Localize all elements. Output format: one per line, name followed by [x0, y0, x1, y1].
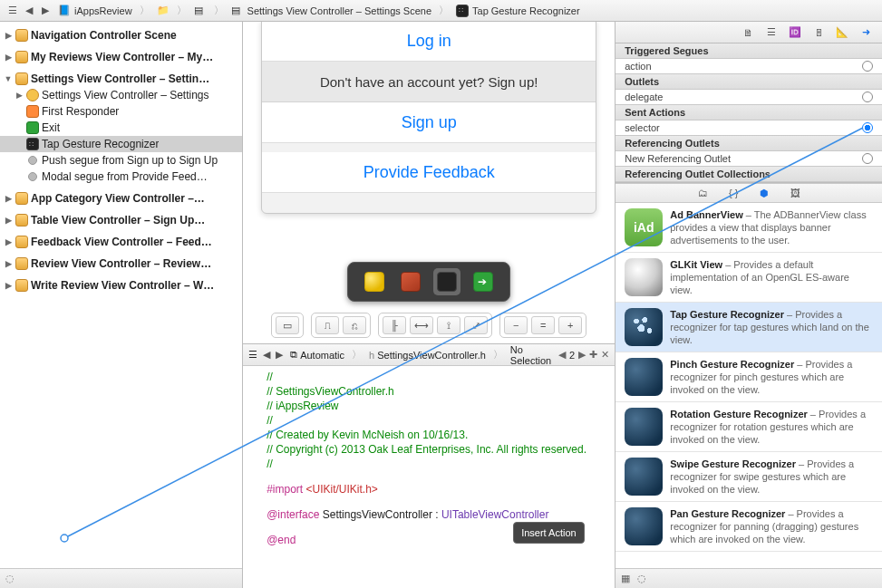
size-inspector-icon[interactable]: 📐: [835, 25, 849, 40]
mode-automatic[interactable]: ⧉ Automatic: [288, 349, 346, 361]
disclosure-triangle-icon[interactable]: ▶: [15, 91, 24, 100]
zoom-fit-button[interactable]: =: [531, 316, 555, 334]
object-library-icon[interactable]: ⬢: [757, 186, 771, 200]
assistant-editor: ☰ ◀ ▶ ⧉ Automatic 〉 h SettingsViewContro…: [243, 343, 615, 588]
scene-icon: [15, 213, 29, 227]
zoom-in-button[interactable]: +: [558, 316, 582, 334]
library-item[interactable]: Swipe Gesture Recognizer – Provides a re…: [615, 452, 882, 502]
cell-login[interactable]: Log in: [262, 22, 596, 62]
resolve-button[interactable]: ⎌: [343, 316, 366, 334]
close-assistant-icon[interactable]: ✕: [601, 349, 609, 361]
library-item[interactable]: Pinch Gesture Recognizer – Provides a re…: [615, 352, 882, 402]
disclosure-triangle-icon[interactable]: ▶: [4, 259, 13, 268]
related-items-icon[interactable]: ☰: [5, 4, 20, 18]
outline-row[interactable]: Exit: [0, 120, 242, 136]
filter-icon[interactable]: ◌: [5, 573, 15, 584]
project-icon: 📘: [58, 5, 71, 17]
code-snippet-library-icon[interactable]: { }: [726, 186, 741, 200]
layout-pin-button[interactable]: ⟷: [410, 316, 433, 334]
add-assistant-icon[interactable]: ✚: [589, 349, 597, 361]
source-editor[interactable]: // // SettingsViewController.h // iAppsR…: [243, 366, 615, 588]
selection-item[interactable]: No Selection: [509, 344, 553, 366]
layout-resize-button[interactable]: ⤢: [464, 316, 488, 334]
connection-row[interactable]: action: [615, 59, 882, 73]
jumpbar-storyboard[interactable]: ▤: [190, 0, 210, 21]
outline-row[interactable]: ▶Settings View Controller – Settings: [0, 87, 242, 103]
connection-port-icon[interactable]: [862, 153, 873, 164]
outline-row[interactable]: ▶App Category View Controller –…: [0, 190, 242, 207]
dock-tap-gesture-icon[interactable]: [433, 268, 460, 295]
outline-list[interactable]: ▶Navigation Controller Scene▶My Reviews …: [0, 22, 242, 568]
file-template-library-icon[interactable]: 🗂: [695, 186, 710, 200]
disclosure-triangle-icon[interactable]: ▶: [4, 281, 13, 290]
connection-row[interactable]: New Referencing Outlet: [615, 151, 882, 166]
layout-issues-button[interactable]: ⟟: [437, 316, 460, 334]
library-item[interactable]: iAdAd BannerView – The ADBannerView clas…: [615, 203, 882, 253]
scene-icon: [15, 191, 29, 206]
prev-counterpart-icon[interactable]: ◀: [558, 349, 566, 361]
cell-feedback[interactable]: Provide Feedback: [262, 152, 596, 193]
connection-row[interactable]: delegate: [615, 90, 882, 104]
disclosure-triangle-icon[interactable]: ▶: [4, 194, 13, 203]
disclosure-triangle-icon[interactable]: ▶: [4, 216, 13, 225]
disclosure-triangle-icon[interactable]: ▼: [4, 74, 13, 83]
jumpbar-scene[interactable]: ▤ Settings View Controller – Settings Sc…: [228, 0, 435, 21]
back-icon[interactable]: ◀: [263, 349, 270, 361]
outline-row[interactable]: Modal segue from Provide Feed…: [0, 169, 242, 185]
library-item[interactable]: Tap Gesture Recognizer – Provides a reco…: [615, 303, 882, 352]
library-item[interactable]: Rotation Gesture Recognizer – Provides a…: [615, 402, 882, 452]
align-button[interactable]: ▭: [276, 316, 299, 334]
outline-row[interactable]: ▶Table View Controller – Sign Up…: [0, 212, 242, 228]
connection-port-icon[interactable]: [862, 122, 873, 133]
dock-view-controller-icon[interactable]: [361, 268, 388, 295]
connection-port-icon[interactable]: [862, 92, 873, 102]
next-counterpart-icon[interactable]: ▶: [578, 349, 586, 361]
interface-builder-canvas[interactable]: Log in Don't have an account yet? Sign u…: [243, 22, 615, 343]
folder-icon: 📁: [157, 5, 170, 17]
identity-inspector-icon[interactable]: 🆔: [788, 25, 802, 40]
outline-row[interactable]: First Responder: [0, 103, 242, 120]
file-inspector-icon[interactable]: 🗎: [741, 25, 755, 40]
outline-row[interactable]: ▶Navigation Controller Scene: [0, 27, 242, 43]
outline-row[interactable]: ▶Review View Controller – Review…: [0, 255, 242, 272]
cell-signup[interactable]: Sign up: [262, 102, 596, 143]
jumpbar-object[interactable]: Tap Gesture Recognizer: [452, 0, 584, 21]
library-item[interactable]: Pan Gesture Recognizer – Provides a reco…: [615, 502, 882, 552]
outline-row[interactable]: Tap Gesture Recognizer: [0, 136, 242, 152]
pin-button[interactable]: ⎍: [315, 316, 339, 334]
object-library-list[interactable]: iAdAd BannerView – The ADBannerView clas…: [615, 203, 882, 568]
disclosure-triangle-icon[interactable]: ▶: [4, 31, 13, 40]
outline-row[interactable]: ▶My Reviews View Controller – My…: [0, 49, 242, 65]
connection-label: New Referencing Outlet: [625, 153, 731, 164]
disclosure-triangle-icon[interactable]: ▶: [4, 237, 13, 246]
connection-port-icon[interactable]: [862, 61, 873, 72]
outline-row[interactable]: ▶Feedback View Controller – Feed…: [0, 234, 242, 250]
related-items-icon[interactable]: ☰: [248, 349, 257, 361]
jumpbar-folder[interactable]: 📁: [153, 0, 173, 21]
forward-icon[interactable]: ▶: [38, 4, 53, 18]
dock-first-responder-icon[interactable]: [397, 268, 424, 295]
filter-icon[interactable]: ◌: [637, 573, 646, 584]
file-item[interactable]: h SettingsViewController.h: [367, 350, 488, 361]
dock-exit-icon[interactable]: [470, 268, 497, 295]
zoom-out-button[interactable]: −: [504, 316, 528, 334]
back-icon[interactable]: ◀: [22, 4, 36, 18]
library-footer: ▦ ◌: [615, 568, 882, 588]
outline-row[interactable]: ▶Write Review View Controller – W…: [0, 277, 242, 294]
grid-view-icon[interactable]: ▦: [621, 573, 630, 584]
storyboard-icon: ▤: [194, 5, 207, 17]
quick-help-icon[interactable]: ☰: [764, 25, 779, 40]
editor-area: Log in Don't have an account yet? Sign u…: [243, 22, 615, 588]
disclosure-triangle-icon[interactable]: ▶: [4, 53, 13, 62]
layout-align-button[interactable]: ╟: [383, 316, 406, 334]
library-item[interactable]: GLKit View – Provides a default implemen…: [615, 253, 882, 303]
outline-label: Exit: [42, 121, 60, 134]
outline-row[interactable]: Push segue from Sign up to Sign Up: [0, 152, 242, 169]
connections-inspector-icon[interactable]: ➜: [858, 25, 873, 40]
attributes-inspector-icon[interactable]: 🎚: [811, 25, 826, 40]
outline-row[interactable]: ▼Settings View Controller – Settin…: [0, 71, 242, 87]
forward-icon[interactable]: ▶: [276, 349, 283, 361]
jumpbar-project[interactable]: 📘 iAppsReview: [54, 0, 136, 21]
media-library-icon[interactable]: 🖼: [788, 186, 802, 200]
connection-row[interactable]: selector: [615, 120, 882, 135]
